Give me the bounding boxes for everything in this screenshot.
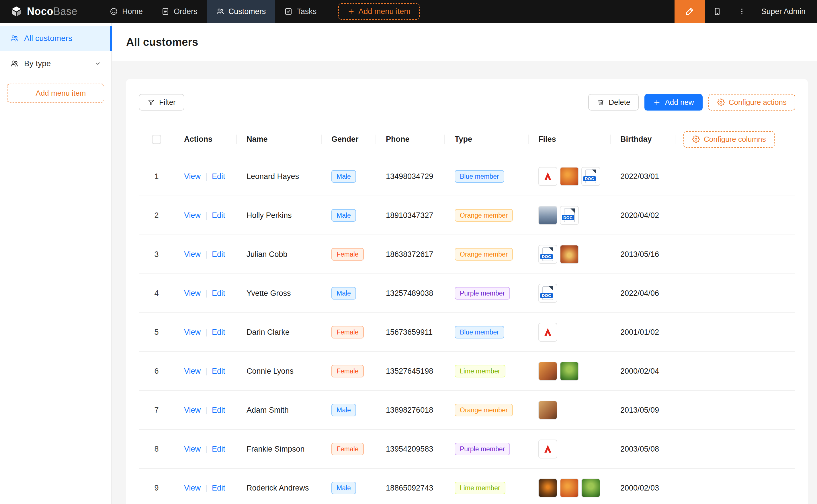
- cell-name: Leonard Hayes: [237, 157, 322, 196]
- cell-birthday: 2022/04/06: [610, 274, 676, 313]
- cell-phone: 18638372617: [376, 235, 445, 274]
- table-row: 1 View|Edit Leonard Hayes Male 134980347…: [139, 157, 795, 196]
- configure-actions-button[interactable]: Configure actions: [708, 94, 795, 111]
- doc-file-icon[interactable]: DOC: [538, 245, 557, 264]
- type-tag: Orange member: [455, 209, 513, 222]
- doc-page: DOC: [564, 208, 575, 222]
- gender-tag: Male: [331, 482, 356, 494]
- view-link[interactable]: View: [184, 211, 201, 220]
- edit-link[interactable]: Edit: [212, 484, 225, 492]
- table-body: 1 View|Edit Leonard Hayes Male 134980347…: [139, 157, 795, 504]
- image-thumbnail-pizza[interactable]: [560, 245, 579, 264]
- edit-link[interactable]: Edit: [212, 445, 225, 453]
- view-link[interactable]: View: [184, 328, 201, 336]
- delete-button[interactable]: Delete: [588, 94, 639, 111]
- edit-link[interactable]: Edit: [212, 289, 225, 298]
- sidebar-add-menu-item-button[interactable]: Add menu item: [7, 84, 104, 103]
- nav-right-cluster: Super Admin: [675, 0, 817, 23]
- nocobase-logo[interactable]: NocoBase: [0, 5, 100, 17]
- nav-add-menu-item-button[interactable]: Add menu item: [338, 3, 420, 20]
- page-fold-icon: [549, 286, 553, 291]
- gender-tag: Male: [331, 404, 356, 416]
- cell-gender: Female: [322, 430, 376, 468]
- user-menu[interactable]: Super Admin: [754, 7, 817, 16]
- doc-file-icon[interactable]: DOC: [560, 206, 579, 225]
- table-row: 4 View|Edit Yvette Gross Male 1325748903…: [139, 274, 795, 313]
- adobe-pdf-glyph: [542, 444, 553, 454]
- image-thumbnail-dark-oranges[interactable]: [538, 479, 557, 497]
- edit-link[interactable]: Edit: [212, 367, 225, 375]
- view-link[interactable]: View: [184, 367, 201, 375]
- edit-link[interactable]: Edit: [212, 250, 225, 259]
- image-thumbnail-autumn[interactable]: [538, 362, 557, 381]
- nav-item-home[interactable]: Home: [100, 0, 152, 23]
- cell-type: Blue member: [445, 313, 529, 352]
- image-thumbnail-oranges[interactable]: [560, 479, 579, 497]
- view-link[interactable]: View: [184, 250, 201, 259]
- filter-button[interactable]: Filter: [139, 94, 184, 111]
- gear-icon: [717, 99, 725, 106]
- image-thumbnail-broccoli[interactable]: [560, 362, 579, 381]
- pdf-file-icon[interactable]: [538, 440, 557, 458]
- select-all-checkbox[interactable]: [152, 135, 161, 144]
- view-link[interactable]: View: [184, 406, 201, 414]
- nav-item-tasks[interactable]: Tasks: [275, 0, 326, 23]
- nav-item-orders[interactable]: Orders: [152, 0, 207, 23]
- pdf-file-icon[interactable]: [538, 323, 557, 342]
- doc-file-icon[interactable]: DOC: [538, 284, 557, 303]
- edit-link[interactable]: Edit: [212, 211, 225, 220]
- cell-type: Purple member: [445, 274, 529, 313]
- mobile-designer-button[interactable]: [705, 0, 730, 23]
- more-menu-button[interactable]: [730, 0, 754, 23]
- view-link[interactable]: View: [184, 289, 201, 298]
- image-thumbnail-broccoli[interactable]: [581, 479, 600, 497]
- type-tag: Orange member: [455, 404, 513, 416]
- type-tag: Lime member: [455, 482, 505, 494]
- edit-link[interactable]: Edit: [212, 328, 225, 336]
- nav-item-customers[interactable]: Customers: [207, 0, 275, 23]
- nav-item-label: Orders: [174, 7, 197, 16]
- add-new-button[interactable]: Add new: [645, 94, 702, 111]
- page-fold-icon: [570, 208, 575, 213]
- edit-link[interactable]: Edit: [212, 172, 225, 181]
- table-row: 9 View|Edit Roderick Andrews Male 188650…: [139, 468, 795, 504]
- sidebar-item-by-type[interactable]: By type: [0, 51, 111, 76]
- cell-phone: 18865092743: [376, 468, 445, 504]
- column-header-phone: Phone: [376, 122, 445, 157]
- cell-configure-spacer: [676, 196, 795, 235]
- action-divider: |: [205, 250, 207, 259]
- adobe-pdf-glyph: [542, 327, 553, 338]
- top-navbar: NocoBase Home Orders Customers: [0, 0, 817, 23]
- pdf-file-icon[interactable]: [538, 167, 557, 186]
- image-thumbnail-oranges[interactable]: [560, 167, 579, 186]
- column-header-type: Type: [445, 122, 529, 157]
- image-thumbnail-food[interactable]: [538, 401, 557, 420]
- action-divider: |: [205, 328, 207, 336]
- add-new-button-label: Add new: [665, 98, 694, 107]
- image-thumbnail-people[interactable]: [538, 206, 557, 225]
- sidebar-item-all-customers[interactable]: All customers: [0, 26, 111, 51]
- view-link[interactable]: View: [184, 445, 201, 453]
- edit-link[interactable]: Edit: [212, 406, 225, 414]
- configure-columns-button[interactable]: Configure columns: [684, 131, 775, 148]
- view-link[interactable]: View: [184, 484, 201, 492]
- team-icon: [216, 7, 225, 16]
- chevron-down-icon[interactable]: [94, 60, 101, 67]
- files-list: [538, 362, 606, 381]
- ui-editor-button[interactable]: [675, 0, 705, 23]
- doc-file-icon[interactable]: DOC: [581, 167, 600, 186]
- column-header-name: Name: [237, 122, 322, 157]
- cell-phone: 13954209583: [376, 430, 445, 468]
- cell-birthday: 2003/05/08: [610, 430, 676, 468]
- doc-badge: DOC: [583, 176, 596, 181]
- sidebar: All customers By type Add menu item: [0, 23, 112, 504]
- cell-phone: 18910347327: [376, 196, 445, 235]
- view-link[interactable]: View: [184, 172, 201, 181]
- type-tag: Purple member: [455, 287, 510, 300]
- nav-item-label: Tasks: [297, 7, 317, 16]
- table-header-row: Actions Name Gender Phone Type Files Bir…: [139, 122, 795, 157]
- cell-configure-spacer: [676, 391, 795, 430]
- sidebar-add-menu-item-label: Add menu item: [36, 89, 86, 98]
- brand-name-bold: Noco: [27, 5, 53, 17]
- cell-files: DOC: [529, 196, 610, 235]
